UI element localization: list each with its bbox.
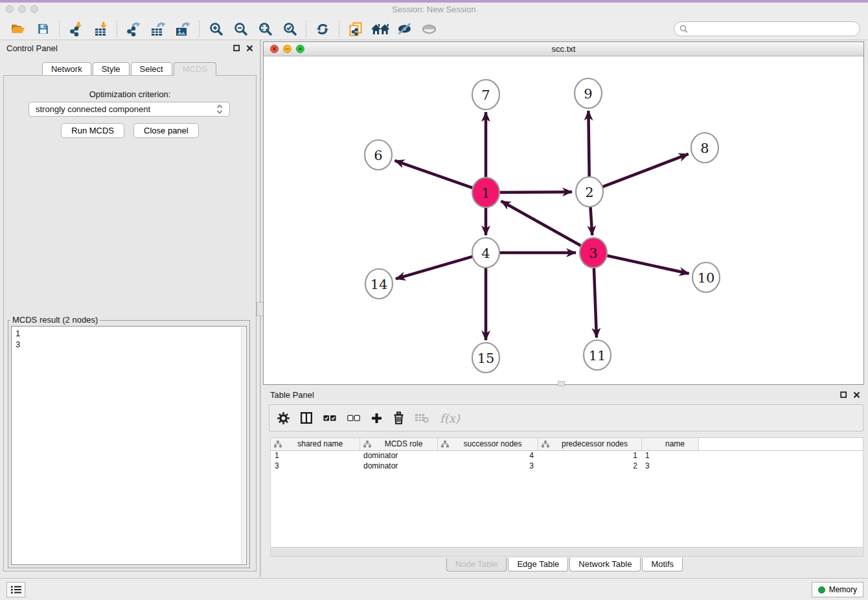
function-builder-button[interactable]: f(x)	[440, 408, 460, 428]
graph-node-4[interactable]: 4	[472, 238, 499, 268]
graph-node-2[interactable]: 2	[576, 177, 603, 207]
show-graphics-details-button[interactable]	[419, 19, 440, 39]
graph-node-10[interactable]: 10	[692, 262, 720, 292]
export-network-button[interactable]	[123, 19, 144, 39]
app-window: Session: New Session Control Panel	[0, 0, 868, 600]
zoom-out-button[interactable]	[230, 19, 251, 39]
graph-node-7[interactable]: 7	[472, 80, 499, 110]
deselect-all-rows-button[interactable]	[347, 408, 360, 428]
table-cell: 4	[437, 450, 538, 461]
run-mcds-button[interactable]: Run MCDS	[61, 123, 124, 138]
svg-text:8: 8	[700, 141, 709, 156]
float-panel-icon[interactable]	[840, 391, 847, 398]
zoom-selected-button[interactable]	[279, 19, 300, 39]
zoom-fit-button[interactable]	[255, 19, 275, 39]
graph-node-1[interactable]: 1	[472, 178, 499, 207]
network-view-window: × − + scc.txt 1234678910111415	[263, 41, 864, 385]
graph-node-3[interactable]: 3	[580, 238, 607, 268]
export-image-button[interactable]	[172, 19, 193, 39]
mcds-result-area[interactable]: 1 3	[11, 326, 247, 565]
control-panel-tabs: NetworkStyleSelectMCDS	[0, 62, 260, 76]
export-image-icon	[176, 22, 190, 36]
table-row[interactable]: 3dominator323	[271, 461, 863, 471]
network-close-button[interactable]: ×	[270, 45, 279, 53]
create-column-button[interactable]	[371, 408, 382, 428]
network-minimize-button[interactable]: −	[283, 45, 291, 53]
export-table-icon	[151, 22, 166, 36]
network-overview-button[interactable]	[370, 19, 391, 39]
export-table-button[interactable]	[148, 19, 168, 39]
select-all-rows-button[interactable]	[323, 408, 336, 428]
close-panel-icon[interactable]	[853, 391, 860, 398]
table-cell: 3	[271, 461, 360, 471]
delete-column-button[interactable]	[393, 408, 404, 428]
hide-graphics-details-button[interactable]	[394, 19, 415, 39]
table-row[interactable]: 1dominator411	[271, 450, 863, 461]
column-header-shared-name[interactable]: shared name	[271, 438, 360, 450]
svg-text:1: 1	[481, 185, 490, 201]
graph-node-6[interactable]: 6	[365, 140, 392, 170]
toolbar-separator	[59, 21, 60, 38]
column-header-predecessor-nodes[interactable]: predecessor nodes	[538, 438, 641, 450]
criterion-dropdown[interactable]: strongly connected component	[29, 102, 230, 117]
mcds-result-title: MCDS result (2 nodes)	[10, 315, 100, 325]
tab-style[interactable]: Style	[93, 62, 130, 76]
delete-table-button[interactable]	[415, 408, 429, 428]
toolbar-separator	[339, 21, 339, 38]
graph-edge-4-14[interactable]	[396, 254, 482, 279]
column-header-successor-nodes[interactable]: successor nodes	[437, 438, 538, 450]
zoom-in-button[interactable]	[205, 19, 226, 39]
graph-edge-3-1[interactable]	[501, 201, 590, 251]
table-cell: 1	[538, 450, 641, 461]
network-window-titlebar[interactable]: × − + scc.txt	[264, 42, 863, 56]
refresh-icon	[316, 23, 329, 36]
node-table[interactable]: shared nameMCDS rolesuccessor nodesprede…	[270, 437, 863, 548]
columns-icon	[301, 412, 312, 424]
graph-node-14[interactable]: 14	[365, 269, 393, 299]
graph-node-9[interactable]: 9	[575, 78, 602, 108]
column-header-mcds-role[interactable]: MCDS role	[360, 438, 437, 450]
result-scrollbar[interactable]	[241, 327, 246, 564]
column-header-name[interactable]: name	[641, 438, 698, 450]
search-field[interactable]	[674, 21, 860, 36]
refresh-layout-button[interactable]	[312, 19, 333, 39]
memory-button[interactable]: Memory	[812, 582, 863, 597]
mcds-result-text: 1 3	[12, 327, 246, 351]
toolbar-separator	[117, 21, 117, 38]
tab-select[interactable]: Select	[131, 62, 172, 76]
tab-node-table[interactable]: Node Table	[446, 558, 507, 571]
table-panel-title: Table Panel	[270, 390, 314, 400]
tab-mcds[interactable]: MCDS	[174, 62, 216, 76]
search-input[interactable]	[688, 24, 854, 34]
column-type-icon	[274, 441, 282, 448]
graph-node-15[interactable]: 15	[472, 343, 499, 373]
tab-motifs[interactable]: Motifs	[642, 558, 683, 571]
network-canvas[interactable]: 1234678910111415	[264, 56, 863, 384]
horizontal-splitter-grip[interactable]	[558, 381, 565, 386]
graph-edge-1-6[interactable]	[394, 161, 482, 191]
float-panel-icon[interactable]	[233, 45, 240, 52]
show-column-panel-button[interactable]	[301, 408, 312, 428]
network-maximize-button[interactable]: +	[296, 45, 304, 53]
task-history-button[interactable]	[6, 582, 25, 597]
graph-edge-3-11[interactable]	[593, 257, 597, 338]
tab-edge-table[interactable]: Edge Table	[508, 558, 568, 571]
import-network-button[interactable]	[65, 19, 86, 39]
table-settings-button[interactable]	[277, 408, 290, 428]
control-panel-header: Control Panel	[0, 40, 260, 56]
table-cell: 3	[641, 461, 698, 471]
table-cell: dominator	[360, 461, 437, 471]
graph-edge-2-8[interactable]	[593, 154, 689, 190]
graph-node-11[interactable]: 11	[584, 340, 611, 370]
close-panel-button[interactable]: Close panel	[133, 123, 199, 138]
import-table-button[interactable]	[90, 19, 111, 39]
tab-network[interactable]: Network	[42, 62, 91, 76]
graph-edge-3-10[interactable]	[597, 253, 689, 273]
save-session-button[interactable]	[32, 19, 53, 39]
close-panel-icon[interactable]	[246, 45, 253, 52]
graph-edge-1-2[interactable]	[490, 192, 572, 192]
tab-network-table[interactable]: Network Table	[569, 558, 641, 571]
open-session-button[interactable]	[8, 19, 29, 39]
graph-node-8[interactable]: 8	[691, 133, 718, 163]
clone-network-button[interactable]	[345, 19, 366, 39]
